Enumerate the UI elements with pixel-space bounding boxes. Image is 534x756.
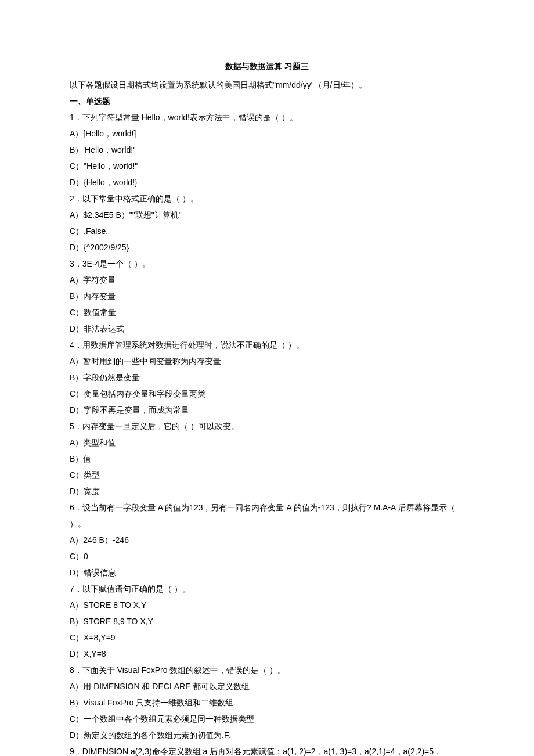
question-option: C）"Hello，world!" (70, 158, 464, 174)
question-option: D）X,Y=8 (70, 646, 464, 662)
question-option: D）宽度 (70, 483, 464, 499)
question-option: C）X=8,Y=9 (70, 629, 464, 646)
question-option: D）{^2002/9/25} (70, 239, 464, 255)
question-prompt: 2．以下常量中格式正确的是（ ）。 (70, 190, 464, 207)
question-option: A）246 B）-246 (70, 532, 464, 548)
question-option: C）0 (70, 548, 464, 564)
question-option: D）新定义的数组的各个数组元素的初值为.F. (70, 727, 464, 743)
question-option: B）内存变量 (70, 288, 464, 304)
question-option: B）Visual FoxPro 只支持一维数组和二维数组 (70, 694, 464, 711)
question-option: C）.False. (70, 223, 464, 239)
question-option: C）变量包括内存变量和字段变量两类 (70, 386, 464, 402)
question-option: B）'Hello，world!' (70, 142, 464, 158)
question-prompt: 9．DIMENSION a(2,3)命令定义数组 a 后再对各元素赋值：a(1,… (70, 743, 464, 756)
question-option: D）非法表达式 (70, 321, 464, 337)
question-option: A）暂时用到的一些中间变量称为内存变量 (70, 353, 464, 369)
question-prompt: 1．下列字符型常量 Hello，world!表示方法中，错误的是（ ）。 (70, 109, 464, 125)
question-option: C）一个数组中各个数组元素必须是同一种数据类型 (70, 711, 464, 727)
question-option: B）STORE 8,9 TO X,Y (70, 613, 464, 629)
question-option: A）字符变量 (70, 272, 464, 288)
question-option: A）STORE 8 TO X,Y (70, 597, 464, 613)
question-option: C）数值常量 (70, 304, 464, 321)
question-prompt: 5．内存变量一旦定义后，它的（ ）可以改变。 (70, 418, 464, 434)
question-option: A）[Hello，world!] (70, 125, 464, 142)
question-option: D）字段不再是变量，而成为常量 (70, 402, 464, 418)
question-prompt: 6．设当前有一字段变量 A 的值为123，另有一同名内存变量 A 的值为-123… (70, 499, 464, 532)
question-prompt: 3．3E-4是一个（ ）。 (70, 255, 464, 272)
question-prompt: 8．下面关于 Visual FoxPro 数组的叙述中，错误的是（ ）。 (70, 662, 464, 678)
question-option: B）字段仍然是变量 (70, 369, 464, 386)
intro-note: 以下各题假设日期格式均设置为系统默认的美国日期格式"mm/dd/yy"（月/日/… (70, 77, 464, 93)
questions-list: 1．下列字符型常量 Hello，world!表示方法中，错误的是（ ）。A）[H… (70, 109, 464, 756)
question-option: D）{Hello，world!} (70, 174, 464, 190)
question-option: B）值 (70, 451, 464, 467)
question-prompt: 4．用数据库管理系统对数据进行处理时，说法不正确的是（ ）。 (70, 337, 464, 353)
document-title: 数据与数据运算 习题三 (70, 58, 464, 74)
question-option: A）类型和值 (70, 434, 464, 451)
question-option: D）错误信息 (70, 564, 464, 581)
section-heading: 一、单选题 (70, 93, 464, 109)
question-option: C）类型 (70, 467, 464, 483)
question-option: A）用 DIMENSION 和 DECLARE 都可以定义数组 (70, 678, 464, 694)
question-prompt: 7．以下赋值语句正确的是（ ）。 (70, 581, 464, 597)
question-option: A）$2.34E5 B）""联想"计算机" (70, 207, 464, 223)
